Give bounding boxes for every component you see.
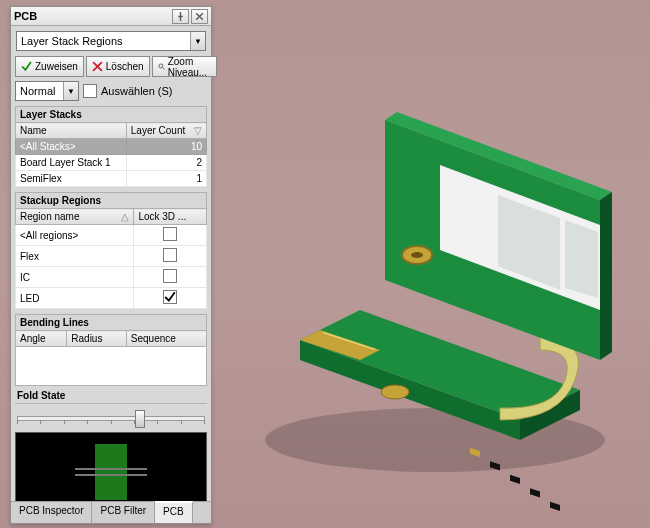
bending-lines-section: Bending Lines Angle Radius Sequence xyxy=(15,314,207,386)
table-row[interactable]: Board Layer Stack 12 xyxy=(16,155,207,171)
stackup-regions-section: Stackup Regions Region name △ Lock 3D ..… xyxy=(15,192,207,309)
mode-select[interactable]: Normal ▼ xyxy=(15,81,79,101)
panel-selector-value: Layer Stack Regions xyxy=(17,35,190,47)
check-icon xyxy=(164,291,176,303)
chevron-down-icon: ▼ xyxy=(190,32,205,50)
select-checkbox-label: Auswählen (S) xyxy=(101,85,173,97)
svg-point-12 xyxy=(411,252,423,258)
table-row[interactable]: <All regions> xyxy=(16,225,207,246)
fold-state-slider[interactable] xyxy=(17,408,205,428)
bottom-tabs: PCB Inspector PCB Filter PCB xyxy=(11,501,211,523)
board-preview[interactable] xyxy=(15,432,207,512)
delete-label: Löschen xyxy=(106,61,144,72)
sort-icon: △ xyxy=(121,211,129,222)
table-row[interactable]: <All Stacks>10 xyxy=(16,139,207,155)
svg-point-4 xyxy=(381,385,409,399)
close-icon xyxy=(194,11,205,22)
tab-filter[interactable]: PCB Filter xyxy=(92,502,155,523)
bending-empty xyxy=(15,347,207,386)
delete-button[interactable]: Löschen xyxy=(86,56,150,77)
x-icon xyxy=(92,61,103,72)
panel-header[interactable]: PCB xyxy=(11,7,211,26)
pin-button[interactable] xyxy=(172,9,189,24)
table-row[interactable]: Flex xyxy=(16,246,207,267)
tab-pcb[interactable]: PCB xyxy=(155,501,193,523)
stackup-regions-table[interactable]: Region name △ Lock 3D ... <All regions> … xyxy=(15,208,207,309)
fold-state-label: Fold State xyxy=(15,390,207,404)
section-title: Layer Stacks xyxy=(15,106,207,122)
lock-checkbox[interactable] xyxy=(163,290,177,304)
svg-rect-16 xyxy=(530,488,540,497)
tab-inspector[interactable]: PCB Inspector xyxy=(11,502,92,523)
panel-title: PCB xyxy=(14,10,37,22)
section-title: Stackup Regions xyxy=(15,192,207,208)
close-button[interactable] xyxy=(191,9,208,24)
assign-button[interactable]: Zuweisen xyxy=(15,56,84,77)
zoom-label: Zoom Niveau... xyxy=(168,56,211,78)
panel-selector[interactable]: Layer Stack Regions ▼ xyxy=(16,31,206,51)
svg-point-20 xyxy=(159,64,163,68)
lock-checkbox[interactable] xyxy=(163,269,177,283)
svg-rect-17 xyxy=(550,502,560,511)
bending-table[interactable]: Angle Radius Sequence xyxy=(15,330,207,347)
layer-stacks-section: Layer Stacks Name Layer Count ▽ <All Sta… xyxy=(15,106,207,187)
section-title: Bending Lines xyxy=(15,314,207,330)
table-row[interactable]: SemiFlex1 xyxy=(16,171,207,187)
col-name[interactable]: Name xyxy=(16,123,127,139)
pin-icon xyxy=(175,11,186,22)
preview-board xyxy=(95,444,127,500)
assign-label: Zuweisen xyxy=(35,61,78,72)
col-angle[interactable]: Angle xyxy=(16,331,67,347)
col-lock[interactable]: Lock 3D ... xyxy=(134,209,207,225)
col-seq[interactable]: Sequence xyxy=(126,331,206,347)
svg-marker-10 xyxy=(565,220,598,298)
svg-rect-15 xyxy=(510,475,520,484)
check-icon xyxy=(21,61,32,72)
lock-checkbox[interactable] xyxy=(163,227,177,241)
zoom-button[interactable]: Zoom Niveau... xyxy=(152,56,217,77)
table-row[interactable]: IC xyxy=(16,267,207,288)
lock-checkbox[interactable] xyxy=(163,248,177,262)
select-checkbox[interactable] xyxy=(83,84,97,98)
chevron-down-icon: ▼ xyxy=(63,82,78,100)
layer-stacks-table[interactable]: Name Layer Count ▽ <All Stacks>10 Board … xyxy=(15,122,207,187)
col-radius[interactable]: Radius xyxy=(67,331,127,347)
slider-thumb[interactable] xyxy=(135,410,145,428)
magnifier-icon xyxy=(158,61,165,72)
pcb-panel: PCB Layer Stack Regions ▼ Zuweisen Lösch… xyxy=(10,6,212,524)
sort-icon: ▽ xyxy=(194,125,202,136)
table-row[interactable]: LED xyxy=(16,288,207,309)
mode-value: Normal xyxy=(16,85,63,97)
svg-marker-7 xyxy=(600,192,612,360)
col-name[interactable]: Region name △ xyxy=(16,209,134,225)
col-count[interactable]: Layer Count ▽ xyxy=(126,123,206,139)
